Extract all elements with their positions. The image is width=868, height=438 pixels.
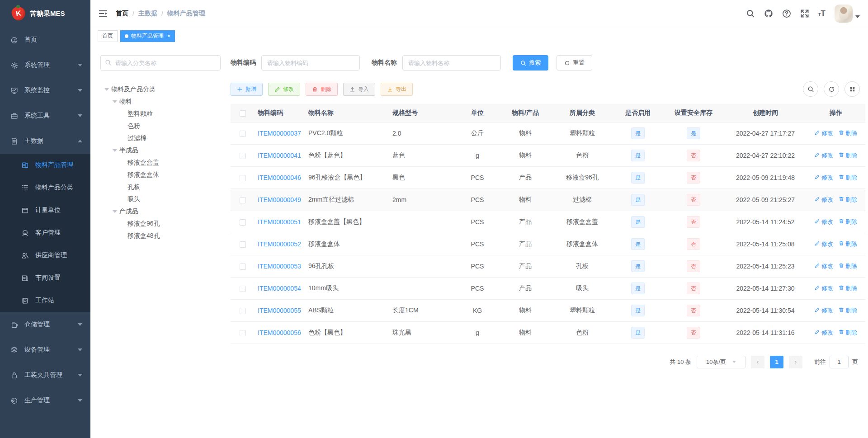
tree-node[interactable]: 产成品	[100, 205, 221, 217]
material-code-link[interactable]: ITEM00000055	[258, 307, 301, 314]
sidebar-item-material-product-category[interactable]: 物料产品分类	[0, 176, 90, 199]
tree-node[interactable]: 过滤棉	[100, 132, 221, 144]
row-checkbox[interactable]	[240, 197, 246, 203]
table-refresh-button[interactable]	[824, 81, 839, 97]
material-code-link[interactable]: ITEM00000054	[258, 285, 301, 292]
sidebar-item-equipment-mgmt[interactable]: 设备管理	[0, 337, 90, 363]
material-code-input[interactable]	[261, 55, 360, 71]
tree-expand-icon[interactable]	[110, 100, 119, 103]
sidebar-item-measure-unit[interactable]: 计量单位	[0, 199, 90, 221]
tree-node[interactable]: 移液盒盒体	[100, 169, 221, 181]
row-checkbox[interactable]	[240, 241, 246, 248]
row-checkbox[interactable]	[240, 153, 246, 159]
sidebar-item-customer-mgmt[interactable]: 客户管理	[0, 221, 90, 244]
row-delete-button[interactable]: 删除	[839, 196, 857, 204]
tab-首页[interactable]: 首页	[98, 30, 118, 42]
row-delete-button[interactable]: 删除	[839, 262, 857, 270]
material-code-link[interactable]: ITEM00000049	[258, 196, 301, 203]
page-1-button[interactable]: 1	[770, 356, 783, 368]
row-delete-button[interactable]: 删除	[839, 306, 857, 315]
row-delete-button[interactable]: 删除	[839, 240, 857, 248]
font-size-icon[interactable]: тT	[818, 9, 826, 18]
sidebar-item-supplier-mgmt[interactable]: 供应商管理	[0, 244, 90, 267]
row-checkbox[interactable]	[240, 286, 246, 292]
row-edit-button[interactable]: 修改	[815, 151, 833, 160]
row-checkbox[interactable]	[240, 308, 246, 314]
row-delete-button[interactable]: 删除	[839, 329, 857, 337]
github-icon[interactable]	[764, 9, 773, 18]
tree-expand-icon[interactable]	[110, 210, 119, 213]
table-search-toggle-button[interactable]	[803, 81, 818, 97]
sidebar-item-home[interactable]: 首页	[0, 27, 90, 52]
prev-page-button[interactable]: ‹	[751, 356, 764, 368]
tree-expand-icon[interactable]	[102, 88, 111, 91]
hamburger-icon[interactable]	[99, 9, 108, 19]
tree-node[interactable]: 半成品	[100, 144, 221, 156]
tree-node[interactable]: 物料及产品分类	[100, 83, 221, 95]
row-edit-button[interactable]: 修改	[815, 240, 833, 248]
tree-node[interactable]: 移液盒96孔	[100, 217, 221, 230]
tree-node[interactable]: 物料	[100, 95, 221, 108]
tree-node[interactable]: 孔板	[100, 181, 221, 193]
reset-button[interactable]: 重置	[557, 55, 592, 71]
delete-button[interactable]: 删除	[306, 83, 338, 96]
page-size-select[interactable]: 10条/页	[697, 356, 745, 368]
user-menu[interactable]	[835, 5, 860, 23]
row-checkbox[interactable]	[240, 330, 246, 336]
import-button[interactable]: 导入	[343, 83, 375, 96]
material-code-link[interactable]: ITEM00000056	[258, 329, 301, 336]
next-page-button[interactable]: ›	[789, 356, 802, 368]
row-delete-button[interactable]: 删除	[839, 129, 857, 137]
sidebar-item-material-product-mgmt[interactable]: 物料产品管理	[0, 154, 90, 176]
sidebar-item-workshop-settings[interactable]: 车间设置	[0, 267, 90, 289]
sidebar-item-workstation[interactable]: 工作站	[0, 289, 90, 312]
tree-node[interactable]: 色粉	[100, 120, 221, 132]
material-code-link[interactable]: ITEM00000041	[258, 152, 301, 159]
row-delete-button[interactable]: 删除	[839, 151, 857, 160]
row-edit-button[interactable]: 修改	[815, 174, 833, 182]
column-settings-button[interactable]	[844, 81, 860, 97]
tree-node[interactable]: 移液盒盒盖	[100, 156, 221, 169]
row-checkbox[interactable]	[240, 131, 246, 137]
row-edit-button[interactable]: 修改	[815, 306, 833, 315]
tab-物料产品管理[interactable]: 物料产品管理×	[120, 30, 175, 42]
row-delete-button[interactable]: 删除	[839, 284, 857, 292]
fullscreen-icon[interactable]	[800, 9, 809, 18]
tree-node[interactable]: 吸头	[100, 193, 221, 205]
material-code-link[interactable]: ITEM00000037	[258, 130, 301, 137]
row-checkbox[interactable]	[240, 264, 246, 270]
sidebar-item-system-monitor[interactable]: 系统监控	[0, 78, 90, 103]
tree-expand-icon[interactable]	[110, 149, 119, 152]
row-edit-button[interactable]: 修改	[815, 262, 833, 270]
row-edit-button[interactable]: 修改	[815, 196, 833, 204]
row-checkbox[interactable]	[240, 175, 246, 181]
close-icon[interactable]: ×	[167, 33, 170, 39]
material-code-link[interactable]: ITEM00000046	[258, 174, 301, 181]
sidebar-item-warehouse-mgmt[interactable]: 仓储管理	[0, 312, 90, 337]
search-icon[interactable]	[746, 9, 755, 18]
row-edit-button[interactable]: 修改	[815, 329, 833, 337]
row-delete-button[interactable]: 删除	[839, 218, 857, 226]
export-button[interactable]: 导出	[381, 83, 413, 96]
sidebar-item-fixture-mgmt[interactable]: 工装夹具管理	[0, 363, 90, 388]
row-edit-button[interactable]: 修改	[815, 129, 833, 137]
tree-node[interactable]: 移液盒48孔	[100, 230, 221, 242]
goto-page-input[interactable]	[830, 356, 849, 368]
help-icon[interactable]	[782, 9, 791, 18]
search-button[interactable]: 搜索	[513, 55, 548, 71]
select-all-checkbox[interactable]	[240, 110, 246, 117]
material-code-link[interactable]: ITEM00000053	[258, 263, 301, 270]
sidebar-item-system-tools[interactable]: 系统工具	[0, 103, 90, 128]
row-edit-button[interactable]: 修改	[815, 284, 833, 292]
material-code-link[interactable]: ITEM00000051	[258, 218, 301, 226]
row-checkbox[interactable]	[240, 219, 246, 226]
material-name-input[interactable]	[402, 55, 501, 71]
sidebar-item-system-mgmt[interactable]: 系统管理	[0, 52, 90, 78]
material-code-link[interactable]: ITEM00000052	[258, 240, 301, 248]
sidebar-item-production-mgmt[interactable]: 生产管理	[0, 388, 90, 413]
breadcrumb-item[interactable]: 首页	[116, 9, 128, 18]
user-avatar[interactable]	[835, 5, 853, 23]
add-button[interactable]: 新增	[231, 83, 263, 96]
row-edit-button[interactable]: 修改	[815, 218, 833, 226]
edit-button[interactable]: 修改	[268, 83, 300, 96]
